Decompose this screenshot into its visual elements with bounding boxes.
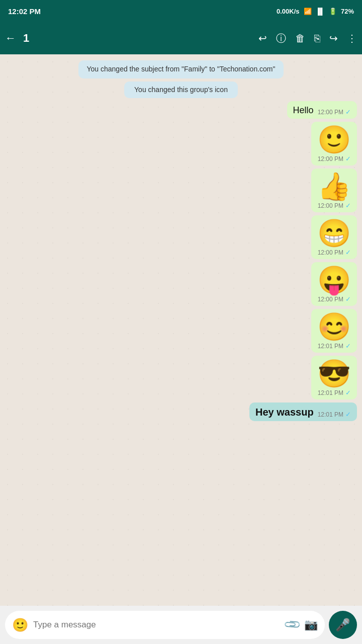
info-button[interactable]: ⓘ bbox=[276, 32, 286, 45]
emoji4-meta: 12:00 PM ✓ bbox=[318, 295, 351, 303]
copy-button[interactable]: ⎘ bbox=[314, 33, 320, 44]
tick-icon: ✓ bbox=[345, 295, 351, 303]
mic-icon: 🎤 bbox=[335, 618, 350, 632]
mic-button[interactable]: 🎤 bbox=[329, 611, 357, 639]
selected-count: 1 bbox=[23, 32, 29, 45]
emoji5-meta: 12:01 PM ✓ bbox=[318, 342, 351, 350]
battery-icon: 🔋 bbox=[329, 8, 337, 15]
status-right: 0.00K/s 📶 ▐▌ 🔋 72% bbox=[277, 8, 354, 15]
hello-text: Hello bbox=[293, 105, 314, 116]
emoji5: 😊 bbox=[317, 313, 351, 340]
message-emoji2: 👍 12:00 PM ✓ bbox=[311, 169, 357, 212]
chat-area: You changed the subject from "Family" to… bbox=[0, 54, 362, 606]
emoji3-meta: 12:00 PM ✓ bbox=[318, 249, 351, 256]
input-bar: 🙂 📎 📷 🎤 bbox=[0, 606, 362, 644]
signal-icon: ▐▌ bbox=[316, 8, 325, 15]
hey-wassup-text: Hey wassup bbox=[255, 407, 314, 418]
emoji1-meta: 12:00 PM ✓ bbox=[318, 155, 351, 163]
more-button[interactable]: ⋮ bbox=[347, 32, 357, 44]
emoji4: 😛 bbox=[317, 266, 351, 293]
tick-icon: ✓ bbox=[345, 202, 351, 209]
tick-icon: ✓ bbox=[345, 411, 351, 418]
battery-percent: 72% bbox=[341, 8, 354, 15]
forward-button[interactable]: ↪ bbox=[329, 32, 338, 44]
back-button[interactable]: ← bbox=[5, 32, 16, 45]
emoji6: 😎 bbox=[317, 360, 351, 387]
camera-button[interactable]: 📷 bbox=[304, 618, 318, 631]
wifi-icon: 📶 bbox=[304, 8, 312, 15]
tick-icon: ✓ bbox=[345, 389, 351, 396]
emoji2-meta: 12:00 PM ✓ bbox=[318, 202, 351, 209]
emoji-picker-button[interactable]: 🙂 bbox=[12, 617, 28, 633]
emoji6-meta: 12:01 PM ✓ bbox=[318, 389, 351, 396]
header-actions: ↩ ⓘ 🗑 ⎘ ↪ ⋮ bbox=[258, 32, 357, 45]
network-speed: 0.00K/s bbox=[277, 8, 300, 15]
tick-icon: ✓ bbox=[345, 155, 351, 163]
input-wrapper: 🙂 📎 📷 bbox=[5, 611, 325, 639]
message-emoji1: 🙂 12:00 PM ✓ bbox=[311, 122, 357, 166]
message-hey-wassup: Hey wassup 12:01 PM ✓ bbox=[249, 403, 357, 421]
message-hello: Hello 12:00 PM ✓ bbox=[287, 101, 357, 119]
reply-button[interactable]: ↩ bbox=[258, 32, 267, 44]
delete-button[interactable]: 🗑 bbox=[295, 33, 305, 44]
message-input[interactable] bbox=[33, 620, 281, 630]
emoji2: 👍 bbox=[317, 173, 351, 200]
attach-button[interactable]: 📎 bbox=[283, 615, 302, 634]
message-emoji4: 😛 12:00 PM ✓ bbox=[311, 262, 357, 306]
hey-wassup-meta: 12:01 PM ✓ bbox=[318, 411, 351, 418]
hello-meta: 12:00 PM ✓ bbox=[318, 108, 351, 116]
emoji1: 🙂 bbox=[317, 126, 351, 153]
message-emoji3: 😁 12:00 PM ✓ bbox=[311, 215, 357, 259]
emoji3: 😁 bbox=[317, 219, 351, 247]
header: ← 1 ↩ ⓘ 🗑 ⎘ ↪ ⋮ bbox=[0, 22, 362, 54]
status-bar: 12:02 PM 0.00K/s 📶 ▐▌ 🔋 72% bbox=[0, 0, 362, 22]
tick-icon: ✓ bbox=[345, 342, 351, 350]
tick-icon: ✓ bbox=[345, 249, 351, 256]
system-message-1: You changed the subject from "Family" to… bbox=[78, 60, 283, 78]
system-message-2: You changed this group's icon bbox=[124, 82, 238, 99]
message-emoji5: 😊 12:01 PM ✓ bbox=[311, 309, 357, 353]
time: 12:02 PM bbox=[8, 7, 41, 16]
tick-icon: ✓ bbox=[345, 108, 351, 116]
message-emoji6: 😎 12:01 PM ✓ bbox=[311, 356, 357, 399]
